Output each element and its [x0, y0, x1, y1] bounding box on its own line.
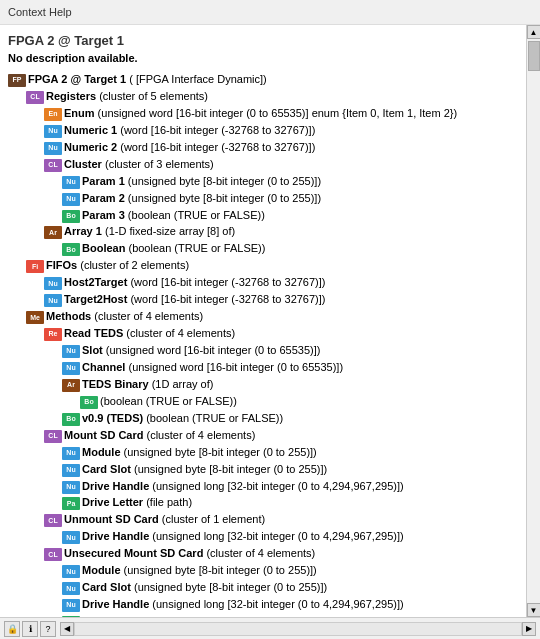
- tree-item: NuSlot (unsigned word [16-bit integer (0…: [8, 343, 518, 359]
- tree-item: FPFPGA 2 @ Target 1 ( [FPGA Interface Dy…: [8, 72, 518, 88]
- cluster-icon: CL: [44, 548, 62, 561]
- scroll-down-arrow[interactable]: ▼: [527, 603, 541, 617]
- tree-item-text: Read TEDS (cluster of 4 elements): [64, 326, 518, 342]
- num-icon: Nu: [62, 599, 80, 612]
- tree-item: NuDrive Handle (unsigned long [32-bit in…: [8, 479, 518, 495]
- main-area: FPGA 2 @ Target 1 No description availab…: [0, 25, 540, 617]
- cluster-icon: CL: [44, 430, 62, 443]
- path-icon: Pa: [62, 616, 80, 617]
- tree-item: NuParam 1 (unsigned byte [8-bit integer …: [8, 174, 518, 190]
- bottom-icon-group: 🔒 ℹ ?: [4, 621, 56, 637]
- help-icon[interactable]: ?: [40, 621, 56, 637]
- no-description: No description available.: [8, 52, 518, 64]
- tree-item: ArArray 1 (1-D fixed-size array [8] of): [8, 224, 518, 240]
- tree-item: CLUnmount SD Card (cluster of 1 element): [8, 512, 518, 528]
- tree-item-text: FIFOs (cluster of 2 elements): [46, 258, 518, 274]
- tree-item: NuCard Slot (unsigned byte [8-bit intege…: [8, 580, 518, 596]
- title-bar: Context Help: [0, 0, 540, 25]
- tree-item-text: Numeric 2 (word [16-bit integer (-32768 …: [64, 140, 518, 156]
- num-icon: Nu: [62, 582, 80, 595]
- tree-item: CLRegisters (cluster of 5 elements): [8, 89, 518, 105]
- tree-item: CLCluster (cluster of 3 elements): [8, 157, 518, 173]
- tree-item: FiFIFOs (cluster of 2 elements): [8, 258, 518, 274]
- tree-item: BoParam 3 (boolean (TRUE or FALSE)): [8, 208, 518, 224]
- tree-item: NuHost2Target (word [16-bit integer (-32…: [8, 275, 518, 291]
- tree-item-text: Target2Host (word [16-bit integer (-3276…: [64, 292, 518, 308]
- array-icon: Ar: [62, 379, 80, 392]
- title-label: Context Help: [8, 6, 72, 18]
- tree-item: CLMount SD Card (cluster of 4 elements): [8, 428, 518, 444]
- num-icon: Nu: [62, 447, 80, 460]
- tree-item-text: Unsecured Mount SD Card (cluster of 4 el…: [64, 546, 518, 562]
- tree-item: NuDrive Handle (unsigned long [32-bit in…: [8, 597, 518, 613]
- tree-item-text: Boolean (boolean (TRUE or FALSE)): [82, 241, 518, 257]
- tree-item-text: Channel (unsigned word [16-bit integer (…: [82, 360, 518, 376]
- tree-item: ArTEDS Binary (1D array of): [8, 377, 518, 393]
- horizontal-scrollbar[interactable]: [74, 622, 522, 636]
- tree-item-text: Param 3 (boolean (TRUE or FALSE)): [82, 208, 518, 224]
- tree-item-text: (boolean (TRUE or FALSE)): [100, 394, 518, 410]
- tree-item: PaDrive Letter (file path): [8, 495, 518, 511]
- tree-item: Bov0.9 (TEDS) (boolean (TRUE or FALSE)): [8, 411, 518, 427]
- num-icon: Nu: [44, 125, 62, 138]
- scroll-thumb[interactable]: [528, 41, 540, 71]
- tree-item: PaDrive Letter (file path): [8, 614, 518, 617]
- tree-item-text: Registers (cluster of 5 elements): [46, 89, 518, 105]
- tree-item-text: Drive Letter (file path): [82, 614, 518, 617]
- tree-item: MeMethods (cluster of 4 elements): [8, 309, 518, 325]
- fpga-icon: FP: [8, 74, 26, 87]
- num-icon: Nu: [62, 193, 80, 206]
- tree-item: NuParam 2 (unsigned byte [8-bit integer …: [8, 191, 518, 207]
- tree-item: ReRead TEDS (cluster of 4 elements): [8, 326, 518, 342]
- tree-item: CLUnsecured Mount SD Card (cluster of 4 …: [8, 546, 518, 562]
- num-icon: Nu: [44, 277, 62, 290]
- lock-icon[interactable]: 🔒: [4, 621, 20, 637]
- info-icon[interactable]: ℹ: [22, 621, 38, 637]
- tree-item-text: TEDS Binary (1D array of): [82, 377, 518, 393]
- scroll-right-arrow[interactable]: ▶: [522, 622, 536, 636]
- fpga-title: FPGA 2 @ Target 1: [8, 33, 518, 48]
- cluster-icon: CL: [44, 159, 62, 172]
- tree-item: BoBoolean (boolean (TRUE or FALSE)): [8, 241, 518, 257]
- read-icon: Re: [44, 328, 62, 341]
- tree-item-text: Mount SD Card (cluster of 4 elements): [64, 428, 518, 444]
- scroll-up-arrow[interactable]: ▲: [527, 25, 541, 39]
- tree-item-text: Param 1 (unsigned byte [8-bit integer (0…: [82, 174, 518, 190]
- tree-item-text: Card Slot (unsigned byte [8-bit integer …: [82, 580, 518, 596]
- fifo-icon: Fi: [26, 260, 44, 273]
- cluster-icon: CL: [26, 91, 44, 104]
- tree-item: NuChannel (unsigned word [16-bit integer…: [8, 360, 518, 376]
- bool-icon: Bo: [62, 243, 80, 256]
- tree-item-text: Cluster (cluster of 3 elements): [64, 157, 518, 173]
- tree-item-text: v0.9 (TEDS) (boolean (TRUE or FALSE)): [82, 411, 518, 427]
- num-icon: Nu: [62, 481, 80, 494]
- tree-item-text: Drive Handle (unsigned long [32-bit inte…: [82, 597, 518, 613]
- num-icon: Nu: [62, 345, 80, 358]
- tree-item-text: Drive Handle (unsigned long [32-bit inte…: [82, 529, 518, 545]
- num-icon: Nu: [62, 565, 80, 578]
- scroll-left-arrow[interactable]: ◀: [60, 622, 74, 636]
- tree-item-text: Array 1 (1-D fixed-size array [8] of): [64, 224, 518, 240]
- vertical-scrollbar[interactable]: ▲ ▼: [526, 25, 540, 617]
- tree-item: Bo (boolean (TRUE or FALSE)): [8, 394, 518, 410]
- tree-item-text: Unmount SD Card (cluster of 1 element): [64, 512, 518, 528]
- tree-item-text: Numeric 1 (word [16-bit integer (-32768 …: [64, 123, 518, 139]
- tree-item: NuNumeric 1 (word [16-bit integer (-3276…: [8, 123, 518, 139]
- tree-item: EnEnum (unsigned word [16-bit integer (0…: [8, 106, 518, 122]
- bool-icon: Bo: [62, 413, 80, 426]
- array-icon: Ar: [44, 226, 62, 239]
- num-icon: Nu: [62, 362, 80, 375]
- bottom-bar: 🔒 ℹ ? ◀ ▶: [0, 617, 540, 639]
- num-icon: Nu: [62, 176, 80, 189]
- tree-item-text: Host2Target (word [16-bit integer (-3276…: [64, 275, 518, 291]
- num-icon: Nu: [62, 464, 80, 477]
- bool-icon: Bo: [62, 210, 80, 223]
- content-panel: FPGA 2 @ Target 1 No description availab…: [0, 25, 526, 617]
- tree-item-text: Enum (unsigned word [16-bit integer (0 t…: [64, 106, 518, 122]
- bool-icon: Bo: [80, 396, 98, 409]
- tree-item-text: Slot (unsigned word [16-bit integer (0 t…: [82, 343, 518, 359]
- tree-item-text: Module (unsigned byte [8-bit integer (0 …: [82, 445, 518, 461]
- tree-item-text: Drive Handle (unsigned long [32-bit inte…: [82, 479, 518, 495]
- num-icon: Nu: [44, 142, 62, 155]
- tree-item: NuNumeric 2 (word [16-bit integer (-3276…: [8, 140, 518, 156]
